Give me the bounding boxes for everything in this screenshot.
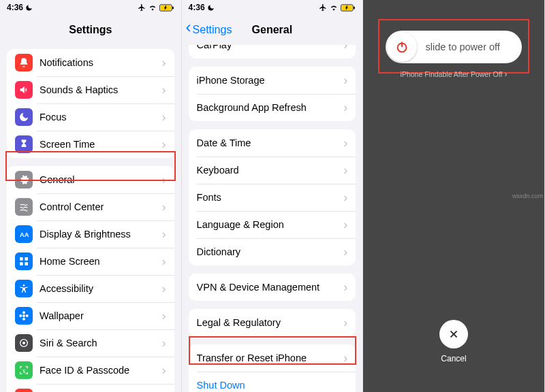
row-fonts[interactable]: Fonts› [189,184,356,211]
svg-text:AA: AA [20,231,29,238]
sos-icon: SOS [15,389,33,392]
back-button[interactable]: Settings [186,24,232,36]
chevron-right-icon: › [343,191,347,205]
chevron-left-icon [186,24,191,36]
accessibility-icon [15,280,33,297]
chevron-right-icon: › [343,136,347,150]
svg-point-11 [22,342,25,344]
page-title: General [252,24,293,36]
row-carplay[interactable]: CarPlay› [189,45,356,59]
svg-rect-19 [354,6,355,9]
moon-icon [15,108,33,126]
general-screen: 4:36 Settings General CarPlay› iPhone St… [182,0,364,392]
row-sos[interactable]: SOSEmergency SOS› [7,384,174,392]
row-iphone-storage[interactable]: iPhone Storage› [189,67,356,94]
chevron-right-icon: › [343,74,347,88]
group-carplay: CarPlay› [189,45,356,59]
chevron-right-icon: › [343,218,347,232]
chevron-right-icon: › [343,351,347,365]
group-storage: iPhone Storage› Background App Refresh› [189,67,356,121]
power-icon [394,39,409,54]
settings-group-2: General› Control Center› AADisplay & Bri… [7,166,174,392]
group-legal: Legal & Regulatory› [189,309,356,336]
row-dictionary[interactable]: Dictionary› [189,238,356,265]
chevron-right-icon: › [162,255,166,269]
hourglass-icon [15,135,33,153]
chevron-right-icon: › [504,69,507,79]
chevron-right-icon: › [343,45,347,52]
chevron-right-icon: › [162,137,166,152]
close-icon [448,328,460,340]
chevron-right-icon: › [162,56,166,70]
flower-icon [15,307,33,325]
faceid-icon [15,361,33,379]
airplane-icon [138,3,146,12]
battery-icon [159,4,174,12]
row-language[interactable]: Language & Region› [189,211,356,238]
row-keyboard[interactable]: Keyboard› [189,157,356,184]
page-title: Settings [69,24,112,36]
status-time: 4:36 [189,3,205,12]
row-display[interactable]: AADisplay & Brightness› [7,220,174,248]
grid-icon [15,252,33,270]
group-reset: Transfer or Reset iPhone› Shut Down [189,344,356,392]
chevron-right-icon: › [343,245,347,259]
sliders-icon [15,198,33,216]
findable-text[interactable]: iPhone Findable After Power Off› [363,69,544,79]
row-wallpaper[interactable]: Wallpaper› [7,302,174,329]
slide-to-power-off[interactable]: slide to power off [386,31,522,63]
chevron-right-icon: › [162,83,166,97]
row-faceid[interactable]: Face ID & Passcode› [7,357,174,384]
row-shutdown[interactable]: Shut Down [189,372,356,392]
wifi-icon [148,4,157,12]
dnd-moon-icon [207,4,215,12]
chevron-right-icon: › [162,173,166,187]
speaker-icon [15,81,33,99]
svg-point-8 [23,284,25,287]
wifi-icon [329,4,339,12]
status-bar: 4:36 [182,0,363,15]
airplane-icon [319,3,327,12]
nav-bar: Settings [0,15,181,45]
chevron-right-icon: › [162,227,166,242]
bell-icon [15,54,33,71]
group-vpn: VPN & Device Management› [189,274,356,301]
siri-icon [15,334,33,352]
chevron-right-icon: › [162,200,166,214]
row-general[interactable]: General› [7,166,174,193]
slide-label: slide to power off [417,42,522,52]
watermark: wsxdn.com [512,193,543,199]
row-sounds[interactable]: Sounds & Haptics› [7,76,174,103]
battery-icon [341,4,356,12]
row-controlcenter[interactable]: Control Center› [7,193,174,220]
row-focus[interactable]: Focus› [7,103,174,131]
cancel-button[interactable] [439,320,468,348]
cancel-label: Cancel [441,354,466,363]
row-notifications[interactable]: Notifications› [7,49,174,76]
status-bar: 4:36 [0,0,181,15]
row-screentime[interactable]: Screen Time› [7,131,174,158]
text-size-icon: AA [15,225,33,243]
status-time: 4:36 [7,3,23,12]
group-datetime: Date & Time› Keyboard› Fonts› Language &… [189,129,356,265]
power-thumb[interactable] [387,32,417,62]
row-legal[interactable]: Legal & Regulatory› [189,309,356,336]
row-siri[interactable]: Siri & Search› [7,329,174,357]
svg-rect-5 [25,257,28,261]
svg-rect-2 [172,6,174,9]
row-accessibility[interactable]: Accessibility› [7,275,174,302]
nav-bar: Settings General [182,15,363,45]
row-homescreen[interactable]: Home Screen› [7,248,174,275]
row-bg-refresh[interactable]: Background App Refresh› [189,94,356,121]
row-transfer-reset[interactable]: Transfer or Reset iPhone› [189,344,356,372]
row-datetime[interactable]: Date & Time› [189,129,356,157]
svg-point-9 [22,314,25,317]
dnd-moon-icon [25,4,33,12]
settings-screen: 4:36 Settings Notifications› Sounds & Ha… [0,0,182,392]
svg-rect-4 [20,257,23,261]
chevron-right-icon: › [343,280,347,295]
settings-group-1: Notifications› Sounds & Haptics› Focus› … [7,49,174,158]
row-vpn[interactable]: VPN & Device Management› [189,274,356,301]
gear-icon [15,171,33,189]
chevron-right-icon: › [343,316,347,330]
